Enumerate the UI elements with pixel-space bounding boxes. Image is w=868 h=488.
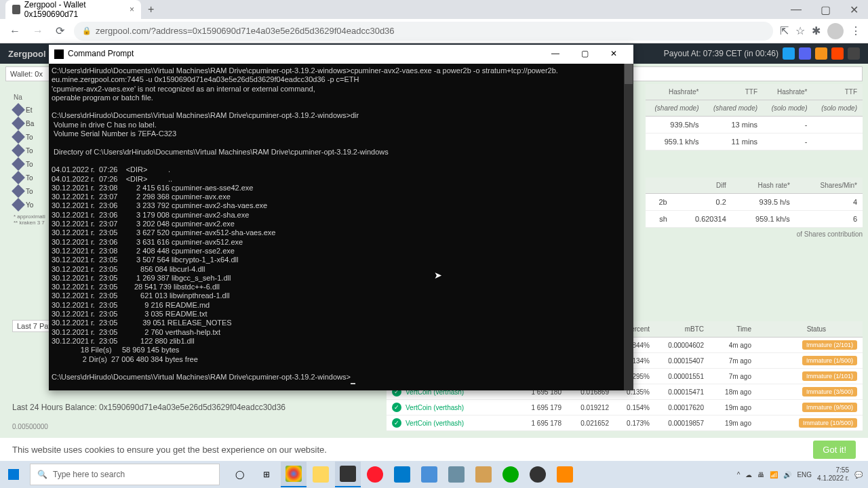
chart-y-val: 0.00500000 (12, 423, 48, 430)
status-badge: Immature (2/101) (802, 340, 857, 350)
status-badge: Immature (1/500) (802, 356, 857, 365)
tray-cloud-icon[interactable]: ☁ (745, 471, 752, 479)
hashrate-table: Hashrate*TTFHashrate*TTF(shared mode)(sh… (646, 84, 863, 150)
eth-icon (12, 103, 25, 117)
taskbar-apps: ◯ ⊞ (226, 462, 578, 487)
chrome-icon[interactable] (281, 462, 307, 487)
check-icon: ✓ (392, 403, 401, 412)
browser-tab-strip: Zergpool - Wallet 0x1590690d71 × + — ▢ ✕ (0, 0, 868, 19)
cmd-scrollbar[interactable] (624, 64, 633, 390)
cortana-icon[interactable]: ◯ (226, 462, 252, 487)
coin-item[interactable]: To (14, 146, 46, 155)
algo-table: DiffHash rate*Shares/Min* 2b0.2939.5 h/s… (646, 178, 863, 228)
bitcoin-icon[interactable] (815, 47, 827, 60)
shares-foot: of Shares contribution (646, 230, 863, 238)
explorer-icon[interactable] (308, 462, 334, 487)
reload-button[interactable]: ⟳ (53, 24, 67, 37)
tray-lang[interactable]: ENG (797, 471, 812, 479)
close-button[interactable]: ✕ (840, 3, 868, 16)
tray-net-icon[interactable]: 📶 (770, 471, 778, 479)
profile-avatar[interactable] (827, 23, 844, 39)
close-tab-icon[interactable]: × (130, 5, 134, 14)
maximize-button[interactable]: ▢ (811, 3, 840, 16)
block-row[interactable]: ✓VertCoin (verthash)1 695 1780.0216520.1… (387, 415, 863, 431)
status-badge: Immature (10/500) (799, 418, 857, 428)
eth-icon (12, 184, 25, 198)
eth-icon (12, 130, 25, 144)
payout-label: Payout At: 07:39 CET (in 00:46) (664, 49, 778, 58)
cmd-title-text: Command Prompt (68, 49, 134, 58)
coin-item[interactable]: To (14, 173, 46, 182)
command-prompt-window[interactable]: Command Prompt — ▢ ✕ C:\Users\drHirudo\D… (49, 45, 633, 390)
vlc-icon[interactable] (552, 462, 578, 487)
cmd-titlebar[interactable]: Command Prompt — ▢ ✕ (49, 45, 633, 64)
browser-tab[interactable]: Zergpool - Wallet 0x1590690d71 × (5, 0, 141, 19)
eth-icon (12, 117, 25, 130)
coin-item[interactable]: To (14, 186, 46, 196)
coin-item[interactable]: To (14, 159, 46, 169)
coin-item[interactable]: Ba (14, 119, 46, 128)
address-bar: ← → ⟳ 🔒 zergpool.com/?address=0x1590690d… (0, 19, 868, 43)
coin-list: Na EtBaToToToToToYo * approximati ** kra… (14, 94, 46, 226)
cmd-output[interactable]: C:\Users\drHirudo\Documents\Virtual Mach… (49, 64, 633, 390)
notifications-icon[interactable]: 💬 (854, 471, 863, 479)
taskbar-clock[interactable]: 7:554.1.2022 г. (817, 466, 849, 483)
cmd-close[interactable]: ✕ (599, 49, 628, 58)
obs-icon[interactable] (525, 462, 551, 487)
opera-icon[interactable] (362, 462, 388, 487)
forward-button[interactable]: → (30, 25, 46, 37)
hashrate-panel: Hashrate*TTFHashrate*TTF(shared mode)(sh… (646, 84, 863, 238)
discord-icon[interactable] (799, 47, 811, 60)
eth-icon (12, 198, 25, 211)
calc-icon[interactable] (443, 462, 469, 487)
share-icon[interactable]: ⇱ (780, 24, 789, 37)
cmd-icon (54, 49, 64, 59)
window-controls: — ▢ ✕ (781, 3, 868, 16)
coin-item[interactable]: Et (14, 105, 46, 115)
tray-vol-icon[interactable]: 🔊 (783, 471, 791, 479)
check-icon[interactable] (498, 462, 524, 487)
coin-item[interactable]: Yo (14, 200, 46, 209)
app-icon[interactable] (416, 462, 442, 487)
search-placeholder: Type here to search (53, 470, 125, 479)
status-badge: Immature (3/500) (802, 387, 857, 396)
status-badge: Immature (1/101) (802, 371, 857, 381)
eth-icon (12, 157, 25, 171)
menu-icon[interactable] (848, 47, 860, 60)
block-row[interactable]: ✓VertCoin (verthash)1 695 1790.0192120.1… (387, 400, 863, 415)
check-icon: ✓ (392, 418, 401, 428)
mouse-cursor: ➤ (434, 270, 442, 281)
search-icon: 🔍 (37, 470, 47, 479)
minimize-button[interactable]: — (781, 3, 811, 16)
lock-icon: 🔒 (82, 26, 92, 35)
system-tray: ^ ☁ 🖶 📶 🔊 ENG 7:554.1.2022 г. 💬 (732, 466, 868, 483)
tray-chevron[interactable]: ^ (737, 471, 741, 479)
coin-item[interactable]: To (14, 132, 46, 142)
extensions-icon[interactable]: ✱ (812, 24, 821, 37)
taskview-icon[interactable]: ⊞ (254, 462, 279, 487)
url-input[interactable]: 🔒 zergpool.com/?address=0x1590690d71e4a0… (74, 22, 773, 41)
terminal-icon[interactable] (335, 462, 361, 487)
windows-icon (8, 469, 19, 480)
footnote: * approximati ** kraken 3 7 (14, 214, 46, 226)
back-button[interactable]: ← (7, 25, 23, 37)
site-logo[interactable]: Zergpool (8, 49, 46, 59)
bookmark-icon[interactable]: ☆ (795, 24, 805, 37)
cookie-msg: This website uses cookies to ensure you … (12, 445, 327, 455)
taskbar-search[interactable]: 🔍 Type here to search (30, 464, 220, 485)
tray-speaker-icon[interactable]: 🖶 (757, 471, 764, 479)
cookie-accept-button[interactable]: Got it! (813, 441, 856, 459)
cmd-maximize[interactable]: ▢ (570, 49, 599, 58)
cmd-minimize[interactable]: — (540, 49, 570, 58)
reddit-icon[interactable] (831, 47, 844, 60)
new-tab-button[interactable]: + (141, 3, 161, 16)
menu-icon[interactable]: ⋮ (850, 24, 861, 37)
start-button[interactable] (0, 469, 27, 480)
app2-icon[interactable] (471, 462, 496, 487)
vscode-icon[interactable] (389, 462, 415, 487)
tab-title: Zergpool - Wallet 0x1590690d71 (24, 0, 123, 19)
taskbar: 🔍 Type here to search ◯ ⊞ ^ ☁ 🖶 📶 🔊 ENG … (0, 461, 868, 488)
twitter-icon[interactable] (783, 47, 795, 60)
cookie-banner: This website uses cookies to ensure you … (0, 438, 868, 461)
favicon (12, 5, 20, 14)
